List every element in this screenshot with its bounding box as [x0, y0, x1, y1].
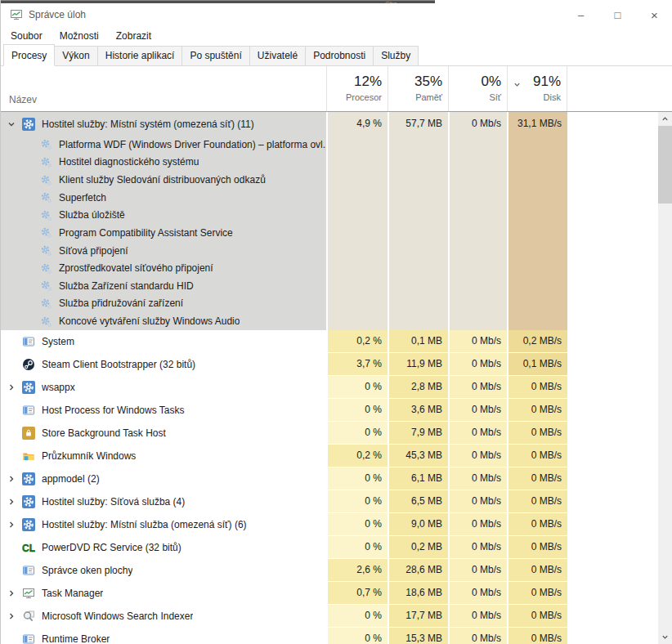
process-name-cell: Store Background Task Host [1, 422, 326, 445]
net-cell: 0 Mb/s [448, 112, 507, 330]
service-row-sluzba-zarizeni-standardu-hid[interactable]: Služba Zařízení standardu HID [1, 277, 326, 295]
process-name: wsappx [42, 382, 75, 393]
window-icon [22, 633, 35, 644]
process-row-powerdvd-rc-service-32-bitu[interactable]: CLPowerDVD RC Service (32 bitů)0 %0,2 MB… [1, 536, 659, 559]
column-headers: 12%Procesor35%Paměť0%Síť91%Disk [326, 66, 567, 111]
subgear-icon [40, 173, 52, 186]
expand-chevron-icon[interactable] [1, 589, 22, 597]
net-cell: 0 Mb/s [448, 376, 507, 399]
menu-moznosti[interactable]: Možnosti [58, 28, 101, 44]
service-name: Klient služby Sledování distribuovaných … [59, 174, 266, 186]
process-row-spravce-oken-plochy[interactable]: Správce oken plochy2,6 %28,6 MB0 Mb/s0 M… [1, 559, 659, 582]
column-header-cpu[interactable]: 12%Procesor [326, 66, 388, 111]
tab-bar: ProcesyVýkonHistorie aplikacíPo spuštění… [1, 46, 672, 66]
column-header-mem[interactable]: 35%Paměť [388, 66, 448, 111]
process-row-host-process-for-windows-tasks[interactable]: Host Process for Windows Tasks0 %3,6 MB0… [1, 399, 659, 422]
service-row-superfetch[interactable]: Superfetch [1, 189, 326, 207]
subgear-icon [40, 262, 52, 275]
disk-cell: 0 MB/s [507, 399, 567, 422]
disk-cell: 0 MB/s [507, 605, 567, 628]
mem-cell: 17,7 MB [388, 605, 448, 628]
cpu-cell: 0 % [326, 605, 388, 628]
process-name: Store Background Task Host [42, 427, 166, 439]
titlebar: Správce úloh –□× [1, 3, 672, 26]
net-cell: 0 Mb/s [448, 445, 507, 467]
menu-soubor[interactable]: Soubor [9, 28, 44, 44]
menu-zobrazit[interactable]: Zobrazit [114, 28, 153, 44]
process-row-task-manager[interactable]: Task Manager0,7 %18,6 MB0 Mb/s0 MB/s [1, 582, 659, 605]
column-header-name[interactable]: Název [9, 94, 37, 105]
service-name: Zprostředkovatel síťového připojení [59, 262, 213, 274]
mem-cell: 6,5 MB [388, 490, 448, 513]
process-row-wsappx[interactable]: wsappx0 %2,8 MB0 Mb/s0 MB/s [1, 376, 659, 399]
group-children: Platforma WDF (Windows Driver Foundation… [1, 136, 326, 330]
service-row-platforma-wdf-windows-driver-foundation-[interactable]: Platforma WDF (Windows Driver Foundation… [1, 136, 326, 154]
disk-cell: 0 MB/s [507, 559, 567, 582]
process-row-system[interactable]: System0,2 %0,1 MB0 Mb/s0,2 MB/s [1, 330, 659, 353]
process-name: Průzkumník Windows [42, 450, 136, 462]
process-row-store-background-task-host[interactable]: Store Background Task Host0 %7,9 MB0 Mb/… [1, 422, 659, 445]
store-icon [22, 427, 35, 440]
process-row-hostitel-sluzby-mistni-sluzba-omezena-si[interactable]: Hostitel služby: Místní služba (omezená … [1, 513, 659, 536]
process-row-hostitel-sluzby-sitova-sluzba-4[interactable]: Hostitel služby: Síťová služba (4)0 %6,5… [1, 490, 659, 513]
scrollbar-up-button[interactable] [658, 112, 672, 126]
expand-chevron-icon[interactable] [1, 498, 22, 506]
service-name: Superfetch [59, 192, 106, 203]
mem-cell: 15,3 MB [388, 628, 448, 644]
mem-cell: 57,7 MB [388, 112, 448, 330]
service-row-zprostredkovatel-sitoveho-pripojeni[interactable]: Zprostředkovatel síťového připojení [1, 259, 326, 277]
tab-sluzby[interactable]: Služby [373, 46, 419, 65]
tab-uzivatele[interactable]: Uživatelé [249, 46, 306, 65]
scrollbar-thumb[interactable] [658, 126, 672, 203]
mem-cell: 2,8 MB [388, 376, 448, 399]
service-row-klient-sluzby-sledovani-distribuovanych-[interactable]: Klient služby Sledování distribuovaných … [1, 171, 326, 189]
service-row-program-compatibility-assistant-service[interactable]: Program Compatibility Assistant Service [1, 224, 326, 242]
process-name-cell: Host Process for Windows Tasks [1, 399, 326, 422]
tab-vykon[interactable]: Výkon [54, 46, 97, 65]
search-icon [22, 610, 35, 623]
expand-chevron-icon[interactable] [1, 475, 22, 483]
process-row-steam-client-bootstrapper-32-bitu[interactable]: Steam Client Bootstrapper (32 bitů)3,7 %… [1, 353, 659, 376]
service-row-sluzba-pridruzovani-zarizeni[interactable]: Služba přidružování zařízení [1, 295, 326, 313]
cpu-cell: 0 % [326, 536, 388, 559]
maximize-button[interactable]: □ [599, 3, 636, 26]
cpu-cell: 0 % [326, 490, 388, 513]
cpu-cell: 0 % [326, 513, 388, 536]
process-name-cell: System [1, 330, 326, 353]
process-name-cell: Microsoft Windows Search Indexer [1, 605, 326, 628]
process-name-cell: Správce oken plochy [1, 559, 326, 582]
expand-chevron-icon[interactable] [1, 521, 22, 529]
collapse-chevron-icon[interactable] [1, 120, 22, 128]
service-row-hostitel-diagnostickeho-systemu[interactable]: Hostitel diagnostického systému [1, 154, 326, 172]
group-parent-row[interactable]: Hostitel služby: Místní systém (omezená … [1, 112, 326, 136]
tab-po-spusteni[interactable]: Po spuštění [181, 46, 249, 65]
gear-icon [22, 518, 35, 531]
process-row-microsoft-windows-search-indexer[interactable]: Microsoft Windows Search Indexer0 %17,7 … [1, 605, 659, 628]
subgear-icon [40, 155, 52, 168]
expand-chevron-icon[interactable] [1, 612, 22, 620]
close-button[interactable]: × [636, 3, 672, 26]
tab-podrobnosti[interactable]: Podrobnosti [305, 46, 374, 65]
expand-chevron-icon[interactable] [1, 383, 22, 391]
disk-cell: 0 MB/s [507, 376, 567, 399]
column-header-disk[interactable]: 91%Disk [507, 66, 567, 111]
service-name: Služba Zařízení standardu HID [59, 280, 194, 292]
svg-text:CL: CL [22, 542, 35, 553]
service-row-koncove-vytvareni-sluzby-windows-audio[interactable]: Koncové vytváření služby Windows Audio [1, 312, 326, 330]
process-row-pruzkumnik-windows[interactable]: Průzkumník Windows0,2 %45,3 MB0 Mb/s0 MB… [1, 445, 659, 467]
tab-historie-aplikaci[interactable]: Historie aplikací [97, 46, 183, 65]
service-row-sitova-pripojeni[interactable]: Síťová připojení [1, 242, 326, 260]
scrollbar[interactable] [658, 112, 672, 644]
scrollbar-down-button[interactable] [658, 630, 672, 644]
minimize-button[interactable]: – [562, 3, 599, 26]
tab-procesy[interactable]: Procesy [3, 44, 55, 66]
net-cell: 0 Mb/s [448, 399, 507, 422]
process-row-runtime-broker[interactable]: Runtime Broker0 %15,3 MB0 Mb/s0 MB/s [1, 628, 659, 644]
column-header-net[interactable]: 0%Síť [448, 66, 507, 111]
window-icon [22, 564, 35, 577]
net-cell: 0 Mb/s [448, 582, 507, 605]
gear-icon [22, 495, 35, 508]
mem-cell: 0,2 MB [388, 536, 448, 559]
process-row-appmodel-2[interactable]: appmodel (2)0 %6,1 MB0 Mb/s0 MB/s [1, 467, 659, 490]
service-row-sluzba-uloziste[interactable]: Služba úložiště [1, 207, 326, 225]
